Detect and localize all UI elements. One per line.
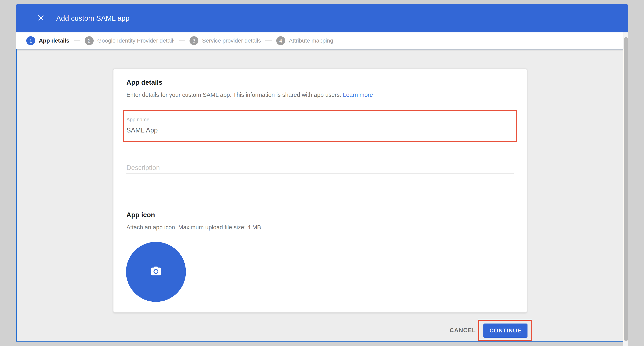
step-3-circle: 3 <box>190 36 198 45</box>
card-description: Enter details for your custom SAML app. … <box>126 92 373 98</box>
close-icon <box>37 14 45 23</box>
step-4-circle: 4 <box>276 36 285 45</box>
card-description-text: Enter details for your custom SAML app. … <box>126 92 341 98</box>
step-1-circle: 1 <box>26 36 35 45</box>
step-app-details: 1 App details <box>26 36 70 45</box>
step-service-provider-details: 3 Service provider details <box>190 36 261 45</box>
description-input[interactable] <box>126 162 514 174</box>
step-divider <box>74 41 80 41</box>
learn-more-link[interactable]: Learn more <box>343 92 373 98</box>
stepper: 1 App details 2 Google Identity Provider… <box>16 32 628 49</box>
step-3-label: Service provider details <box>202 38 261 44</box>
step-attribute-mapping: 4 Attribute mapping <box>276 36 333 45</box>
step-2-label: Google Identity Provider details <box>97 38 174 44</box>
add-custom-saml-app-dialog: Add custom SAML app 1 App details 2 Goog… <box>0 0 644 346</box>
close-button[interactable] <box>37 14 45 22</box>
app-icon-upload-button[interactable] <box>126 242 186 302</box>
step-divider <box>178 41 185 41</box>
step-google-idp-details: 2 Google Identity Provider details <box>85 36 174 45</box>
app-name-input[interactable] <box>126 125 514 136</box>
step-4-label: Attribute mapping <box>289 38 333 44</box>
camera-icon <box>150 266 162 278</box>
scrollbar-thumb[interactable] <box>624 37 628 341</box>
app-icon-title: App icon <box>126 211 155 219</box>
dialog-title: Add custom SAML app <box>56 14 130 22</box>
cancel-button[interactable]: CANCEL <box>450 327 476 334</box>
app-icon-hint: Attach an app icon. Maximum upload file … <box>126 224 261 231</box>
step-2-circle: 2 <box>85 36 94 45</box>
continue-button[interactable]: CONTINUE <box>484 323 528 338</box>
step-divider <box>265 41 272 41</box>
step-1-label: App details <box>39 38 70 44</box>
dialog-header: Add custom SAML app <box>16 4 628 32</box>
app-name-label: App name <box>126 117 150 123</box>
card-title: App details <box>126 79 162 86</box>
